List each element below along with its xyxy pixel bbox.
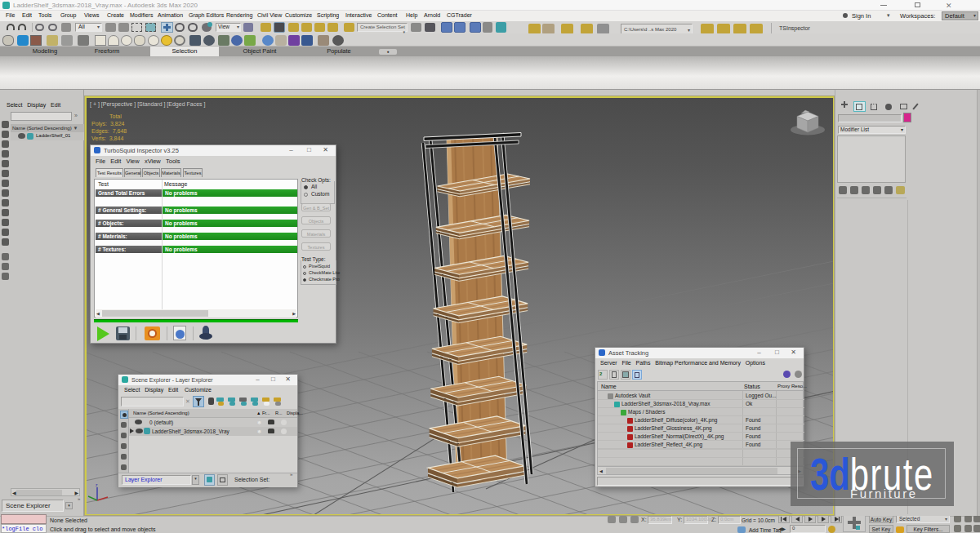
svg-text:z: z — [96, 482, 98, 487]
